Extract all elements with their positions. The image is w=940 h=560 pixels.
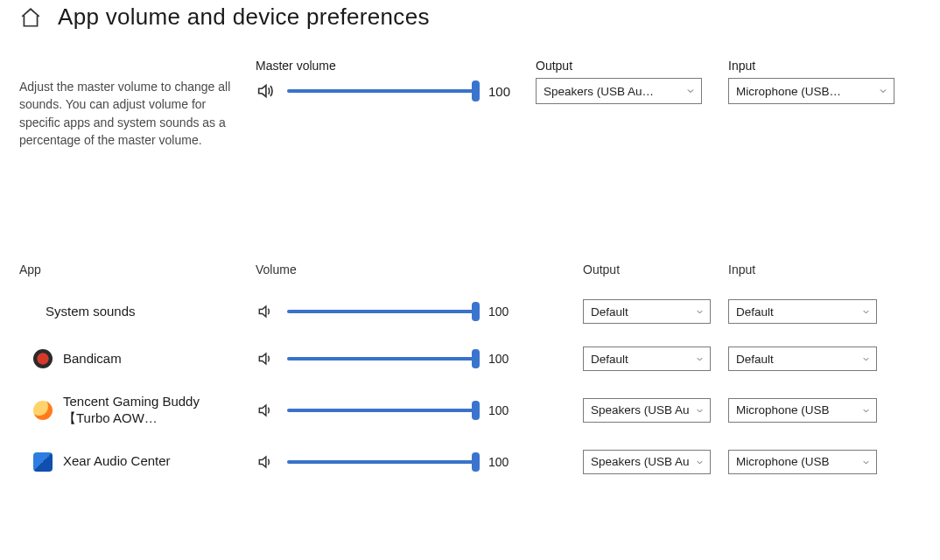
app-volume-slider[interactable]: 100 [256, 300, 518, 323]
chevron-down-icon [878, 86, 888, 99]
app-output-select[interactable]: Speakers (USB Au [583, 450, 711, 474]
app-volume-slider[interactable]: 100 [256, 347, 518, 370]
master-volume-slider[interactable]: 100 [256, 78, 518, 104]
app-input-select[interactable]: Microphone (USB [728, 398, 877, 423]
chevron-down-icon [685, 86, 696, 99]
chevron-down-icon [861, 354, 871, 367]
home-icon[interactable] [19, 6, 42, 29]
page-title: App volume and device preferences [58, 4, 430, 31]
app-xear: Xear Audio Center [19, 452, 238, 472]
master-description: Adjust the master volume to change all s… [19, 78, 238, 149]
label-output: Output [536, 59, 711, 73]
chevron-down-icon [861, 457, 871, 470]
speaker-icon [256, 302, 275, 321]
app-system-sounds: System sounds [19, 304, 238, 320]
master-input-select[interactable]: Microphone (USB… [728, 78, 894, 104]
app-output-select[interactable]: Speakers (USB Au [583, 398, 711, 423]
app-output-select[interactable]: Default [583, 346, 711, 371]
app-bandicam: Bandicam [19, 349, 238, 368]
label-app: App [19, 262, 238, 276]
app-volume-slider[interactable]: 100 [256, 451, 518, 473]
chevron-down-icon [861, 306, 871, 319]
chevron-down-icon [861, 405, 871, 418]
speaker-icon [256, 401, 275, 420]
app-input-select[interactable]: Default [728, 346, 877, 371]
speaker-icon [256, 452, 275, 472]
label-master-volume: Master volume [256, 59, 518, 73]
app-tencent: Tencent Gaming Buddy【Turbo AOW… [19, 394, 238, 427]
chevron-down-icon [695, 306, 705, 319]
bandicam-icon [33, 349, 53, 368]
app-output-select[interactable]: Default [583, 299, 711, 324]
label-input: Input [728, 59, 903, 73]
label-output: Output [536, 262, 711, 276]
chevron-down-icon [695, 457, 705, 470]
app-input-select[interactable]: Microphone (USB [728, 450, 877, 474]
tencent-icon [33, 401, 53, 420]
label-volume: Volume [256, 262, 518, 276]
speaker-icon [256, 81, 275, 101]
app-volume-slider[interactable]: 100 [256, 399, 518, 422]
chevron-down-icon [695, 354, 705, 367]
app-input-select[interactable]: Default [728, 299, 877, 324]
chevron-down-icon [695, 405, 705, 418]
master-volume-value: 100 [488, 84, 518, 99]
master-output-select[interactable]: Speakers (USB Au… [536, 78, 702, 104]
xear-icon [33, 452, 53, 472]
speaker-icon [256, 349, 275, 368]
label-input: Input [728, 262, 903, 276]
